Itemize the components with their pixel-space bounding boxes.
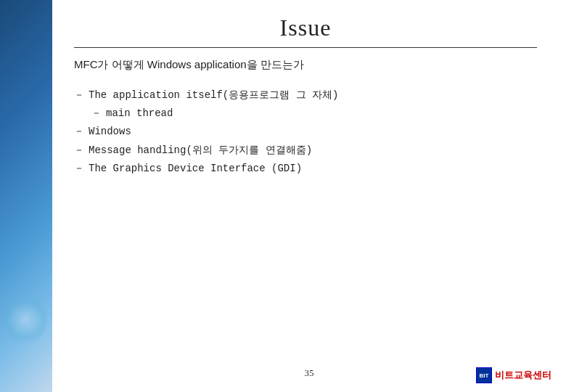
content-list: The application itself(응용프로그램 그 자체) main… bbox=[74, 86, 537, 178]
page-number: 35 bbox=[305, 367, 314, 379]
list-item-2: Windows bbox=[89, 123, 537, 141]
branding-label: 비트교육센터 bbox=[495, 369, 551, 382]
logo-text: BIT bbox=[480, 372, 489, 379]
list-item-4: The Graphics Device Interface (GDI) bbox=[89, 160, 537, 178]
branding-logo: BIT bbox=[476, 367, 492, 383]
left-decorative-panel bbox=[0, 0, 52, 392]
list-item-3: Message handling(위의 두가지를 연결해줌) bbox=[89, 142, 537, 160]
slide-title: Issue bbox=[74, 15, 537, 41]
list-item-1: The application itself(응용프로그램 그 자체) main… bbox=[89, 86, 537, 123]
title-divider bbox=[74, 47, 537, 48]
sub-item-main-thread: main thread bbox=[89, 105, 537, 123]
title-section: Issue bbox=[74, 15, 537, 41]
slide-subtitle: MFC가 어떻게 Windows application을 만드는가 bbox=[74, 58, 537, 72]
branding-area: BIT 비트교육센터 bbox=[476, 367, 551, 383]
panel-circle-decoration bbox=[4, 290, 47, 348]
main-content-area: Issue MFC가 어떻게 Windows application을 만드는가… bbox=[52, 0, 566, 392]
